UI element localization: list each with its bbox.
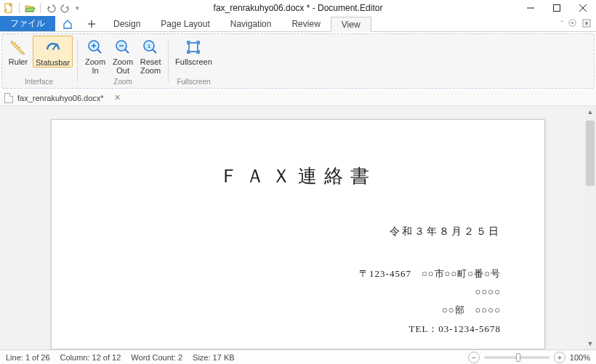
zoom-plus-button[interactable]: +: [554, 352, 565, 363]
svg-line-19: [125, 49, 129, 53]
doc-company: ○○○○: [95, 286, 501, 298]
statusbar-label: Statusbar: [36, 58, 70, 67]
ribbon-group-interface: Ruler Statusbar Interface: [5, 36, 73, 86]
document-tab-name[interactable]: fax_renrakuhyo06.docx*: [17, 94, 104, 102]
doc-address: 〒123-4567 ○○市○○町○番○号: [95, 267, 501, 280]
ribbon-group-fullscreen: Fullscreen Fullscreen: [173, 36, 214, 86]
ruler-label: Ruler: [9, 57, 28, 66]
tab-home-icon[interactable]: [55, 16, 80, 31]
tab-view[interactable]: View: [331, 17, 371, 32]
document-tab-bar: fax_renrakuhyo06.docx* ✕: [0, 90, 596, 106]
svg-line-11: [15, 42, 16, 44]
fullscreen-label: Fullscreen: [175, 57, 212, 66]
menu-tabstrip: ファイル Design Page Layout Navigation Revie…: [0, 16, 596, 32]
maximize-button[interactable]: [544, 0, 570, 16]
svg-line-15: [97, 49, 101, 53]
reset-zoom-button[interactable]: 1 Reset Zoom: [137, 36, 164, 75]
document-tab-close-icon[interactable]: ✕: [114, 93, 121, 102]
zoom-slider-thumb[interactable]: [516, 353, 520, 362]
svg-rect-24: [189, 43, 198, 52]
ruler-button[interactable]: Ruler: [5, 36, 31, 66]
fullscreen-button[interactable]: Fullscreen: [173, 36, 214, 66]
ruler-icon: [9, 39, 27, 56]
statusbar-button[interactable]: Statusbar: [33, 36, 73, 68]
tab-navigation[interactable]: Navigation: [220, 16, 282, 31]
doc-dept: ○○部 ○○○○: [95, 304, 501, 317]
ribbon-group-zoom-label: Zoom: [113, 76, 132, 86]
window-controls: [518, 0, 596, 16]
zoom-out-label: Zoom Out: [113, 57, 133, 75]
scroll-thumb[interactable]: [586, 121, 595, 186]
settings-icon[interactable]: [568, 18, 577, 29]
zoom-out-icon: [114, 39, 132, 56]
vertical-scrollbar[interactable]: ▲ ▼: [584, 106, 596, 349]
ribbon-group-interface-label: Interface: [25, 76, 53, 86]
reset-zoom-label: Reset Zoom: [140, 57, 161, 75]
quick-access-toolbar: ▾: [0, 2, 79, 14]
zoom-control: − + 100%: [468, 352, 590, 363]
close-button[interactable]: [570, 0, 596, 16]
scroll-down-icon[interactable]: ▼: [584, 338, 596, 349]
status-words: Word Count: 2: [131, 353, 182, 362]
tab-review[interactable]: Review: [281, 16, 330, 31]
zoom-minus-button[interactable]: −: [468, 352, 480, 363]
tab-page-layout[interactable]: Page Layout: [150, 16, 220, 31]
svg-point-8: [571, 22, 573, 24]
minimize-button[interactable]: [518, 0, 544, 16]
doc-tel: TEL：03-1234-5678: [95, 323, 501, 336]
open-icon[interactable]: [24, 2, 36, 14]
zoom-in-label: Zoom In: [85, 57, 105, 75]
redo-icon[interactable]: [60, 2, 71, 14]
svg-line-12: [17, 44, 18, 46]
statusbar-icon: [44, 39, 62, 57]
doc-date: 令和３年８月２５日: [95, 225, 501, 238]
reset-zoom-icon: 1: [142, 39, 159, 56]
collapse-ribbon-icon[interactable]: ˆ: [560, 20, 563, 28]
svg-line-13: [19, 46, 20, 48]
zoom-value: 100%: [570, 353, 590, 362]
doc-title: ＦＡＸ連絡書: [95, 163, 501, 189]
status-line: Line: 1 of 26: [6, 353, 50, 362]
svg-rect-2: [554, 5, 560, 12]
ribbon-group-zoom: Zoom In Zoom Out 1 Reset Zoom Zoom: [82, 36, 164, 86]
zoom-in-button[interactable]: Zoom In: [82, 36, 108, 75]
new-doc-icon[interactable]: [3, 2, 15, 14]
fullscreen-icon: [185, 39, 202, 56]
zoom-in-icon: [86, 39, 104, 56]
undo-icon[interactable]: [45, 2, 57, 14]
window-title: fax_renrakuhyo06.docx * - Document.Edito…: [214, 3, 383, 13]
zoom-out-button[interactable]: Zoom Out: [110, 36, 136, 75]
document-area: ＦＡＸ連絡書 令和３年８月２５日 〒123-4567 ○○市○○町○番○号 ○○…: [0, 106, 596, 349]
qat-dropdown-icon[interactable]: ▾: [76, 4, 79, 12]
status-column: Column: 12 of 12: [60, 353, 121, 362]
tab-file[interactable]: ファイル: [0, 16, 55, 31]
status-size: Size: 17 KB: [193, 353, 234, 362]
ribbon-group-fullscreen-label: Fullscreen: [177, 76, 210, 86]
document-icon: [4, 93, 13, 103]
tab-insert-icon[interactable]: [80, 16, 103, 31]
title-bar: ▾ fax_renrakuhyo06.docx * - Document.Edi…: [0, 0, 596, 16]
help-icon[interactable]: [581, 18, 592, 30]
zoom-slider[interactable]: [484, 356, 549, 359]
document-page[interactable]: ＦＡＸ連絡書 令和３年８月２５日 〒123-4567 ○○市○○町○番○号 ○○…: [51, 119, 545, 349]
svg-line-22: [153, 49, 156, 53]
svg-rect-10: [585, 22, 588, 25]
ribbon: Ruler Statusbar Interface Zoom In: [1, 33, 595, 89]
status-bar: Line: 1 of 26 Column: 12 of 12 Word Coun…: [0, 349, 596, 364]
svg-text:1: 1: [148, 43, 151, 49]
tab-design[interactable]: Design: [103, 16, 150, 31]
scroll-up-icon[interactable]: ▲: [584, 106, 596, 118]
